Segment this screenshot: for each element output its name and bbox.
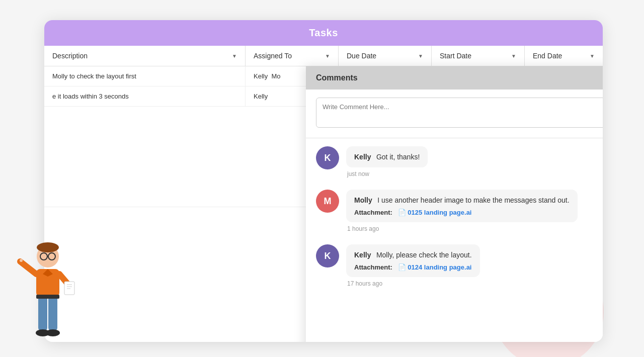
comment-attachment: Attachment: 📄 0125 landing page.ai [354,209,570,216]
comment-text: Got it, thanks! [376,153,420,161]
comment-text: I use another header image to make the m… [377,196,569,204]
table-body: Molly to check the layout first Kelly Mo… [44,66,603,207]
avatar: M [316,190,339,213]
comment-content: Kelly Got it, thanks! just now [346,146,603,177]
comments-list: K Kelly Got it, thanks! just now M [306,138,603,342]
comment-attachment: Attachment: 📄 0124 landing page.ai [354,263,472,271]
comment-author: Kelly [354,251,371,259]
col-description-label: Description [52,52,88,60]
col-header-description[interactable]: Description ▼ [44,46,246,66]
col-header-due[interactable]: Due Date ▼ [339,46,432,66]
attachment-link[interactable]: 0124 landing page.ai [408,263,471,271]
comment-author: Molly [354,196,372,204]
comment-author: Kelly [354,153,371,161]
cell-description-2: e it loads within 3 seconds [44,86,246,106]
col-end-arrow[interactable]: ▼ [590,53,595,59]
avatar: K [316,146,339,169]
comment-time: just now [346,170,603,177]
svg-point-17 [46,329,60,336]
comment-time: 1 hours ago [346,225,603,232]
title-bar: Tasks [44,20,603,46]
col-due-label: Due Date [347,52,376,60]
comment-bubble: Molly I use another header image to make… [346,190,578,222]
main-window: Tasks Description ▼ Assigned To ▼ Due Da… [44,20,603,342]
person-illustration [10,236,86,357]
comments-panel-header: Comments [306,66,603,90]
svg-point-18 [20,259,23,262]
avatar-letter: K [325,251,331,261]
comment-input-area [306,90,603,138]
attachment-file-icon: 📄 [398,209,406,216]
svg-rect-13 [38,296,47,331]
avatar-letter: K [325,153,331,163]
comment-text: Molly, please check the layout. [376,251,472,259]
col-end-label: End Date [533,52,562,60]
comment-item: M Molly I use another header image to ma… [316,190,603,232]
comment-bubble: Kelly Molly, please check the layout. At… [346,244,480,277]
assigned-text-1: Kelly Mo [254,72,280,80]
svg-rect-14 [48,296,57,331]
col-assigned-arrow[interactable]: ▼ [325,53,330,59]
svg-rect-9 [64,282,74,295]
attachment-label: Attachment: [354,209,392,216]
col-start-arrow[interactable]: ▼ [511,53,516,59]
svg-line-7 [20,261,36,274]
col-header-end[interactable]: End Date ▼ [525,46,603,66]
description-text-2: e it loads within 3 seconds [52,93,129,100]
svg-point-1 [37,242,59,252]
col-header-assigned[interactable]: Assigned To ▼ [246,46,339,66]
cell-description-1: Molly to check the layout first [44,66,246,86]
comments-panel: Comments ↗ K [306,66,603,342]
assigned-text-2: Kelly [254,93,268,100]
comment-bubble: Kelly Got it, thanks! [346,146,428,167]
col-header-start[interactable]: Start Date ▼ [432,46,525,66]
col-due-arrow[interactable]: ▼ [418,53,423,59]
comments-title: Comments [316,73,358,82]
description-text-1: Molly to check the layout first [52,72,136,80]
attachment-label: Attachment: [354,263,392,271]
table-header: Description ▼ Assigned To ▼ Due Date ▼ S… [44,46,603,66]
col-assigned-label: Assigned To [254,52,292,60]
comment-time: 17 hours ago [346,280,603,287]
app-title: Tasks [309,27,338,38]
comment-content: Molly I use another header image to make… [346,190,603,232]
comment-item: K Kelly Got it, thanks! just now [316,146,603,177]
col-description-arrow[interactable]: ▼ [232,53,237,59]
attachment-link[interactable]: 0125 landing page.ai [408,209,471,216]
avatar: K [316,244,339,267]
svg-rect-15 [36,295,59,299]
col-start-label: Start Date [440,52,471,60]
comment-item: K Kelly Molly, please check the layout. … [316,244,603,287]
avatar-letter: M [324,196,332,207]
attachment-file-icon: 📄 [398,263,406,271]
comment-input[interactable] [316,98,603,128]
comment-content: Kelly Molly, please check the layout. At… [346,244,603,287]
